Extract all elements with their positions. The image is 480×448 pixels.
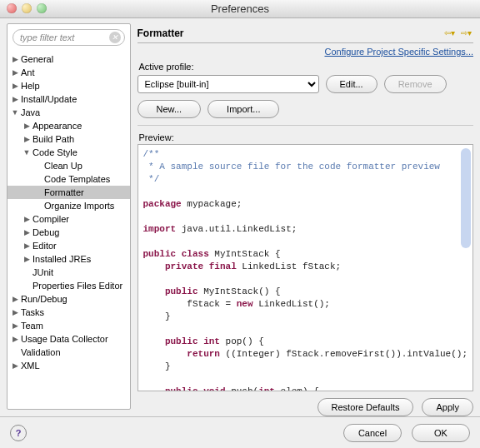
- close-window-button[interactable]: [7, 3, 17, 13]
- disclosure-closed-icon[interactable]: ▶: [11, 82, 19, 90]
- tree-node-label: Debug: [32, 227, 59, 237]
- cancel-button[interactable]: Cancel: [343, 424, 402, 442]
- new-button[interactable]: New...: [138, 100, 202, 118]
- tree-node-label: Team: [21, 321, 43, 331]
- tree-node-editor[interactable]: ▶Editor: [8, 239, 130, 252]
- tree-node-label: Installed JREs: [32, 254, 91, 264]
- tree-node-java[interactable]: ▼Java: [8, 106, 130, 119]
- tree-node-debug[interactable]: ▶Debug: [8, 226, 130, 239]
- tree-node-organize-imports[interactable]: Organize Imports: [8, 199, 130, 212]
- tree-node-help[interactable]: ▶Help: [8, 79, 130, 92]
- tree-node-label: General: [21, 54, 53, 64]
- tree-node-label: Build Path: [32, 134, 74, 144]
- disclosure-none: [34, 202, 42, 210]
- preview-area: /** * A sample source file for the code …: [138, 144, 473, 391]
- disclosure-closed-icon[interactable]: ▶: [11, 95, 19, 103]
- disclosure-closed-icon[interactable]: ▶: [22, 228, 31, 236]
- disclosure-none: [22, 268, 31, 276]
- import-button[interactable]: Import...: [208, 100, 279, 118]
- disclosure-closed-icon[interactable]: ▶: [11, 55, 19, 63]
- tree-node-junit[interactable]: JUnit: [8, 266, 130, 279]
- disclosure-none: [22, 281, 31, 290]
- edit-button[interactable]: Edit...: [326, 75, 378, 93]
- disclosure-closed-icon[interactable]: ▶: [22, 241, 31, 250]
- tree-node-tasks[interactable]: ▶Tasks: [8, 306, 130, 319]
- restore-defaults-button[interactable]: Restore Defaults: [318, 398, 414, 416]
- tree-node-general[interactable]: ▶General: [8, 52, 130, 66]
- tree-node-compiler[interactable]: ▶Compiler: [8, 212, 130, 226]
- tree-node-label: Java: [21, 107, 40, 117]
- tree-node-build-path[interactable]: ▶Build Path: [8, 132, 130, 146]
- history-nav: ⇦▾ ⇨▾: [442, 27, 473, 39]
- tree-node-usage-data-collector[interactable]: ▶Usage Data Collector: [8, 332, 130, 346]
- clear-filter-icon[interactable]: ✕: [109, 32, 121, 43]
- disclosure-open-icon[interactable]: ▼: [22, 148, 31, 157]
- separator: [138, 125, 473, 126]
- tree-node-label: Clean Up: [44, 161, 82, 171]
- disclosure-closed-icon[interactable]: ▶: [22, 135, 31, 143]
- disclosure-closed-icon[interactable]: ▶: [11, 361, 19, 370]
- tree-node-team[interactable]: ▶Team: [8, 319, 130, 332]
- tree-node-installed-jres[interactable]: ▶Installed JREs: [8, 252, 130, 266]
- help-icon[interactable]: ?: [10, 425, 27, 441]
- active-profile-label: Active profile:: [139, 62, 473, 72]
- apply-button[interactable]: Apply: [422, 398, 473, 416]
- filter-placeholder: type filter text: [20, 32, 74, 42]
- back-icon[interactable]: ⇦▾: [442, 27, 457, 39]
- window-controls: [7, 3, 47, 13]
- ok-button[interactable]: OK: [412, 424, 470, 442]
- tree-node-ant[interactable]: ▶Ant: [8, 66, 130, 79]
- window-title: Preferences: [0, 2, 480, 15]
- tree-node-label: Code Templates: [44, 174, 110, 184]
- disclosure-none: [34, 175, 42, 183]
- disclosure-closed-icon[interactable]: ▶: [11, 68, 19, 77]
- tree-node-validation[interactable]: Validation: [8, 346, 130, 359]
- disclosure-closed-icon[interactable]: ▶: [11, 321, 19, 330]
- tree-node-formatter[interactable]: Formatter: [8, 186, 130, 199]
- tree-node-label: Appearance: [32, 121, 82, 131]
- tree-node-properties-files-editor[interactable]: Properties Files Editor: [8, 279, 130, 292]
- zoom-window-button[interactable]: [37, 3, 47, 13]
- tree-node-label: Usage Data Collector: [21, 334, 108, 344]
- tree-node-label: Install/Update: [21, 94, 77, 104]
- disclosure-closed-icon[interactable]: ▶: [11, 295, 19, 303]
- tree-node-label: Tasks: [21, 307, 44, 317]
- filter-input[interactable]: type filter text ✕: [12, 29, 125, 46]
- tree-node-label: Properties Files Editor: [32, 281, 122, 291]
- tree-node-run-debug[interactable]: ▶Run/Debug: [8, 292, 130, 306]
- tree-node-label: Compiler: [32, 214, 69, 224]
- preview-label: Preview:: [139, 132, 473, 142]
- tree-node-label: Editor: [32, 241, 57, 251]
- tree-node-label: Help: [21, 81, 40, 91]
- disclosure-open-icon[interactable]: ▼: [11, 108, 19, 117]
- tree-node-label: Code Style: [32, 147, 78, 157]
- preferences-tree: type filter text ✕ ▶General▶Ant▶Help▶Ins…: [7, 23, 131, 410]
- tree-node-label: Run/Debug: [21, 294, 68, 304]
- titlebar: Preferences: [0, 0, 480, 18]
- minimize-window-button[interactable]: [22, 3, 32, 13]
- disclosure-closed-icon[interactable]: ▶: [11, 335, 19, 343]
- tree-node-code-style[interactable]: ▼Code Style: [8, 146, 130, 159]
- dialog-footer: ? Cancel OK: [0, 416, 480, 448]
- tree-node-label: Organize Imports: [44, 201, 114, 211]
- page-title: Formatter: [138, 27, 442, 39]
- disclosure-closed-icon[interactable]: ▶: [22, 255, 31, 263]
- disclosure-none: [34, 162, 42, 170]
- tree-node-label: XML: [21, 361, 40, 371]
- disclosure-closed-icon[interactable]: ▶: [22, 215, 31, 223]
- tree-node-label: Ant: [21, 67, 35, 77]
- tree-node-install-update[interactable]: ▶Install/Update: [8, 92, 130, 106]
- configure-project-settings-link[interactable]: Configure Project Specific Settings...: [324, 47, 473, 57]
- disclosure-none: [11, 348, 19, 356]
- active-profile-select[interactable]: Eclipse [built-in]: [138, 75, 319, 93]
- forward-icon[interactable]: ⇨▾: [458, 27, 473, 39]
- tree-node-clean-up[interactable]: Clean Up: [8, 159, 130, 172]
- scrollbar-thumb[interactable]: [461, 148, 471, 248]
- disclosure-closed-icon[interactable]: ▶: [11, 308, 19, 316]
- tree-node-label: Validation: [21, 347, 61, 357]
- disclosure-closed-icon[interactable]: ▶: [22, 122, 31, 130]
- tree-node-appearance[interactable]: ▶Appearance: [8, 119, 130, 132]
- tree-node-code-templates[interactable]: Code Templates: [8, 172, 130, 186]
- tree-node-xml[interactable]: ▶XML: [8, 359, 130, 372]
- main-panel: Formatter ⇦▾ ⇨▾ Configure Project Specif…: [138, 23, 473, 416]
